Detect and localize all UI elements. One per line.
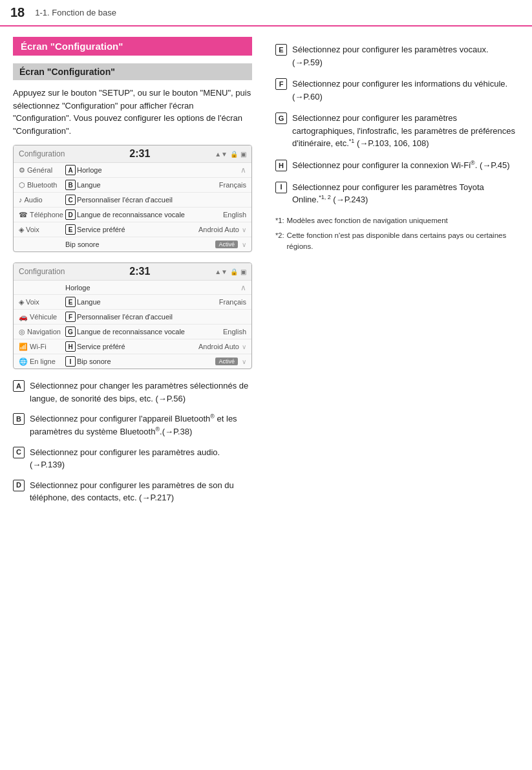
desc-item-A: A Sélectionnez pour changer les paramètr…	[13, 380, 252, 405]
config-category: ◈ Voix	[19, 226, 65, 234]
config-row: ☎ Téléphone D Langue de reconnaissance v…	[14, 208, 251, 222]
config-row: ◈ Voix E Langue Français	[14, 295, 251, 310]
desc-item-I: I Sélectionnez pour configurer les param…	[275, 181, 519, 206]
nav-icon: ◎	[19, 328, 25, 336]
label-I: I	[65, 356, 76, 367]
bluetooth-icon: ⬡	[19, 181, 25, 189]
config-row: ◈ Voix E Service préféré Android Auto ∨	[14, 222, 251, 237]
chevron-up-icon: ∧	[240, 283, 246, 292]
config-row: 🚗 Véhicule F Personnaliser l'écran d'acc…	[14, 310, 251, 325]
config-row: 🌐 En ligne I Bip sonore Activé ∨	[14, 354, 251, 369]
desc-text-B: Sélectionnez pour configurer l'appareil …	[30, 412, 252, 438]
desc-item-H: H Sélectionnez pour configurer la connex…	[275, 159, 519, 172]
config-screen-1-header: Configuration 2:31 ▲▼ 🔒 ▣	[14, 145, 251, 163]
config-screen-2-title: Configuration	[19, 267, 65, 276]
config-category: ◈ Voix	[19, 298, 65, 306]
config-row: ◎ Navigation G Langue de reconnaissance …	[14, 325, 251, 339]
active-badge: Activé	[215, 358, 238, 365]
desc-text-E: Sélectionnez pour configurer les paramèt…	[292, 43, 519, 69]
signal-icon: ▲▼	[215, 268, 228, 275]
general-icon: ⚙	[19, 166, 25, 175]
desc-label-C: C	[13, 447, 25, 458]
chevron-down-icon: ∨	[242, 241, 246, 248]
config-row: ♪ Audio C Personnaliser l'écran d'accuei…	[14, 193, 251, 208]
intro-text: Appuyez sur le bouton "SETUP", ou sur le…	[13, 87, 252, 137]
config-screen-1: Configuration 2:31 ▲▼ 🔒 ▣ ⚙ Général A Ho…	[13, 145, 252, 252]
config-screen-2-icons: ▲▼ 🔒 ▣	[215, 268, 246, 275]
footnote-text-1: Modèles avec fonction de navigation uniq…	[286, 215, 519, 226]
desc-label-F: F	[275, 78, 287, 90]
config-category: ◎ Navigation	[19, 328, 65, 336]
config-screen-2-body: Horloge ∧ ◈ Voix E Langue Français 🚗	[14, 281, 251, 369]
desc-item-F: F Sélectionnez pour configurer les infor…	[275, 78, 519, 103]
config-screen-1-title: Configuration	[19, 149, 65, 158]
config-row: 📶 Wi-Fi H Service préféré Android Auto ∨	[14, 339, 251, 354]
battery-icon: ▣	[240, 151, 246, 158]
left-column: Écran "Configuration" Écran "Configurati…	[0, 27, 265, 525]
footnote-marker-1: *1:	[275, 215, 284, 226]
label-G: G	[65, 326, 76, 337]
online-icon: 🌐	[19, 358, 28, 366]
config-category: ☎ Téléphone	[19, 211, 65, 219]
chevron-down-icon: ∨	[242, 343, 246, 350]
page-number: 18	[10, 5, 25, 20]
desc-label-B: B	[13, 413, 25, 425]
config-screen-1-icons: ▲▼ 🔒 ▣	[215, 151, 246, 158]
config-screen-2-header: Configuration 2:31 ▲▼ 🔒 ▣	[14, 263, 251, 281]
desc-label-G: G	[275, 112, 287, 124]
label-E: E	[65, 224, 76, 235]
wifi-icon: 📶	[19, 343, 28, 351]
config-category: ♪ Audio	[19, 196, 65, 204]
audio-icon: ♪	[19, 196, 23, 204]
desc-item-D: D Sélectionnez pour configurer les param…	[13, 479, 252, 504]
label-B: B	[65, 180, 76, 190]
signal-icon: ▲▼	[215, 151, 228, 158]
chevron-down-icon: ∨	[242, 358, 246, 365]
desc-text-G: Sélectionnez pour configurer les paramèt…	[292, 112, 519, 150]
chevron-up-icon: ∧	[240, 166, 246, 175]
config-screen-2: Configuration 2:31 ▲▼ 🔒 ▣ Horloge ∧	[13, 262, 252, 369]
config-row: ⬡ Bluetooth B Langue Français	[14, 178, 251, 193]
desc-item-G: G Sélectionnez pour configurer les param…	[275, 112, 519, 150]
desc-text-C: Sélectionnez pour configurer les paramèt…	[30, 446, 252, 471]
desc-text-H: Sélectionnez pour configurer la connexio…	[292, 159, 519, 172]
config-screen-1-time: 2:31	[129, 148, 150, 160]
config-category: 🌐 En ligne	[19, 358, 65, 366]
desc-text-F: Sélectionnez pour configurer les informa…	[292, 78, 519, 103]
desc-label-H: H	[275, 160, 287, 171]
label-H: H	[65, 341, 76, 352]
config-row: ⚙ Général A Horloge ∧	[14, 163, 251, 178]
main-content: Écran "Configuration" Écran "Configurati…	[0, 27, 532, 525]
desc-text-A: Sélectionnez pour changer les paramètres…	[30, 380, 252, 405]
desc-text-D: Sélectionnez pour configurer les paramèt…	[30, 479, 252, 504]
right-column: E Sélectionnez pour configurer les param…	[265, 27, 532, 525]
label-C: C	[65, 195, 76, 205]
label-E: E	[65, 297, 76, 307]
config-category: 🚗 Véhicule	[19, 313, 65, 321]
vehicle-icon: 🚗	[19, 313, 28, 321]
label-D: D	[65, 209, 76, 220]
gray-title-bar: Écran "Configuration"	[13, 63, 252, 80]
battery-icon: ▣	[240, 268, 246, 275]
desc-label-E: E	[275, 44, 287, 56]
config-category: ⬡ Bluetooth	[19, 181, 65, 189]
footnote-text-2: Cette fonction n'est pas disponible dans…	[286, 230, 519, 253]
page-header: 18 1-1. Fonction de base	[0, 0, 532, 27]
config-row: Horloge ∧	[14, 281, 251, 295]
active-badge: Activé	[215, 241, 238, 248]
config-category: ⚙ Général	[19, 166, 65, 175]
config-screen-2-time: 2:31	[129, 266, 150, 277]
footnote-marker-2: *2:	[275, 230, 284, 241]
lock-icon: 🔒	[230, 268, 238, 275]
desc-text-I: Sélectionnez pour configurer les paramèt…	[292, 181, 519, 206]
desc-item-B: B Sélectionnez pour configurer l'apparei…	[13, 412, 252, 438]
config-row: Bip sonore Activé ∨	[14, 237, 251, 251]
voice-icon: ◈	[19, 298, 24, 306]
label-F: F	[65, 312, 76, 322]
config-category: 📶 Wi-Fi	[19, 343, 65, 351]
header-title: 1-1. Fonction de base	[35, 8, 116, 17]
footnote-1: *1: Modèles avec fonction de navigation …	[275, 215, 519, 226]
desc-label-I: I	[275, 182, 287, 193]
voice-icon: ◈	[19, 226, 24, 234]
footnotes: *1: Modèles avec fonction de navigation …	[275, 215, 519, 253]
